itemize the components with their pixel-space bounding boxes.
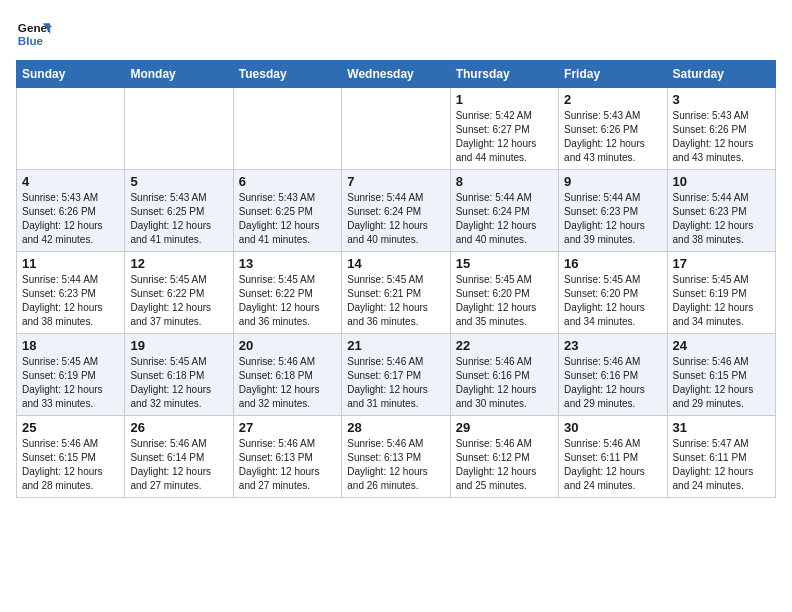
calendar-cell-4-3: 20Sunrise: 5:46 AM Sunset: 6:18 PM Dayli…: [233, 334, 341, 416]
day-number: 5: [130, 174, 227, 189]
calendar-cell-5-1: 25Sunrise: 5:46 AM Sunset: 6:15 PM Dayli…: [17, 416, 125, 498]
weekday-sunday: Sunday: [17, 61, 125, 88]
svg-text:Blue: Blue: [18, 34, 44, 47]
day-info: Sunrise: 5:46 AM Sunset: 6:11 PM Dayligh…: [564, 437, 661, 493]
weekday-saturday: Saturday: [667, 61, 775, 88]
day-number: 11: [22, 256, 119, 271]
calendar-cell-2-2: 5Sunrise: 5:43 AM Sunset: 6:25 PM Daylig…: [125, 170, 233, 252]
calendar-cell-1-5: 1Sunrise: 5:42 AM Sunset: 6:27 PM Daylig…: [450, 88, 558, 170]
calendar-cell-5-2: 26Sunrise: 5:46 AM Sunset: 6:14 PM Dayli…: [125, 416, 233, 498]
calendar-cell-2-6: 9Sunrise: 5:44 AM Sunset: 6:23 PM Daylig…: [559, 170, 667, 252]
day-info: Sunrise: 5:43 AM Sunset: 6:26 PM Dayligh…: [673, 109, 770, 165]
day-info: Sunrise: 5:45 AM Sunset: 6:19 PM Dayligh…: [22, 355, 119, 411]
day-info: Sunrise: 5:43 AM Sunset: 6:26 PM Dayligh…: [22, 191, 119, 247]
day-number: 3: [673, 92, 770, 107]
week-row-4: 18Sunrise: 5:45 AM Sunset: 6:19 PM Dayli…: [17, 334, 776, 416]
day-info: Sunrise: 5:42 AM Sunset: 6:27 PM Dayligh…: [456, 109, 553, 165]
calendar-cell-4-4: 21Sunrise: 5:46 AM Sunset: 6:17 PM Dayli…: [342, 334, 450, 416]
day-info: Sunrise: 5:46 AM Sunset: 6:16 PM Dayligh…: [456, 355, 553, 411]
day-number: 4: [22, 174, 119, 189]
day-number: 6: [239, 174, 336, 189]
calendar-cell-2-7: 10Sunrise: 5:44 AM Sunset: 6:23 PM Dayli…: [667, 170, 775, 252]
weekday-friday: Friday: [559, 61, 667, 88]
calendar-cell-1-3: [233, 88, 341, 170]
calendar-cell-3-1: 11Sunrise: 5:44 AM Sunset: 6:23 PM Dayli…: [17, 252, 125, 334]
weekday-thursday: Thursday: [450, 61, 558, 88]
calendar-cell-3-3: 13Sunrise: 5:45 AM Sunset: 6:22 PM Dayli…: [233, 252, 341, 334]
calendar-cell-5-7: 31Sunrise: 5:47 AM Sunset: 6:11 PM Dayli…: [667, 416, 775, 498]
day-info: Sunrise: 5:45 AM Sunset: 6:22 PM Dayligh…: [239, 273, 336, 329]
calendar-cell-4-5: 22Sunrise: 5:46 AM Sunset: 6:16 PM Dayli…: [450, 334, 558, 416]
day-info: Sunrise: 5:44 AM Sunset: 6:23 PM Dayligh…: [22, 273, 119, 329]
day-number: 19: [130, 338, 227, 353]
calendar-cell-5-3: 27Sunrise: 5:46 AM Sunset: 6:13 PM Dayli…: [233, 416, 341, 498]
day-number: 31: [673, 420, 770, 435]
calendar-cell-4-7: 24Sunrise: 5:46 AM Sunset: 6:15 PM Dayli…: [667, 334, 775, 416]
day-info: Sunrise: 5:46 AM Sunset: 6:17 PM Dayligh…: [347, 355, 444, 411]
day-number: 22: [456, 338, 553, 353]
day-info: Sunrise: 5:44 AM Sunset: 6:23 PM Dayligh…: [564, 191, 661, 247]
day-info: Sunrise: 5:45 AM Sunset: 6:22 PM Dayligh…: [130, 273, 227, 329]
week-row-5: 25Sunrise: 5:46 AM Sunset: 6:15 PM Dayli…: [17, 416, 776, 498]
day-number: 30: [564, 420, 661, 435]
day-number: 14: [347, 256, 444, 271]
calendar-cell-4-6: 23Sunrise: 5:46 AM Sunset: 6:16 PM Dayli…: [559, 334, 667, 416]
calendar-cell-3-6: 16Sunrise: 5:45 AM Sunset: 6:20 PM Dayli…: [559, 252, 667, 334]
day-info: Sunrise: 5:44 AM Sunset: 6:24 PM Dayligh…: [347, 191, 444, 247]
day-info: Sunrise: 5:45 AM Sunset: 6:18 PM Dayligh…: [130, 355, 227, 411]
day-number: 12: [130, 256, 227, 271]
day-info: Sunrise: 5:45 AM Sunset: 6:21 PM Dayligh…: [347, 273, 444, 329]
calendar-cell-2-4: 7Sunrise: 5:44 AM Sunset: 6:24 PM Daylig…: [342, 170, 450, 252]
day-number: 13: [239, 256, 336, 271]
calendar: SundayMondayTuesdayWednesdayThursdayFrid…: [16, 60, 776, 498]
day-info: Sunrise: 5:43 AM Sunset: 6:25 PM Dayligh…: [130, 191, 227, 247]
day-number: 1: [456, 92, 553, 107]
calendar-cell-2-5: 8Sunrise: 5:44 AM Sunset: 6:24 PM Daylig…: [450, 170, 558, 252]
day-number: 29: [456, 420, 553, 435]
calendar-cell-4-1: 18Sunrise: 5:45 AM Sunset: 6:19 PM Dayli…: [17, 334, 125, 416]
calendar-cell-5-6: 30Sunrise: 5:46 AM Sunset: 6:11 PM Dayli…: [559, 416, 667, 498]
day-number: 21: [347, 338, 444, 353]
day-number: 9: [564, 174, 661, 189]
day-info: Sunrise: 5:44 AM Sunset: 6:24 PM Dayligh…: [456, 191, 553, 247]
day-number: 10: [673, 174, 770, 189]
day-info: Sunrise: 5:45 AM Sunset: 6:20 PM Dayligh…: [456, 273, 553, 329]
week-row-1: 1Sunrise: 5:42 AM Sunset: 6:27 PM Daylig…: [17, 88, 776, 170]
day-info: Sunrise: 5:46 AM Sunset: 6:15 PM Dayligh…: [673, 355, 770, 411]
calendar-cell-1-1: [17, 88, 125, 170]
day-info: Sunrise: 5:45 AM Sunset: 6:19 PM Dayligh…: [673, 273, 770, 329]
day-info: Sunrise: 5:46 AM Sunset: 6:18 PM Dayligh…: [239, 355, 336, 411]
day-info: Sunrise: 5:44 AM Sunset: 6:23 PM Dayligh…: [673, 191, 770, 247]
week-row-2: 4Sunrise: 5:43 AM Sunset: 6:26 PM Daylig…: [17, 170, 776, 252]
calendar-cell-3-4: 14Sunrise: 5:45 AM Sunset: 6:21 PM Dayli…: [342, 252, 450, 334]
calendar-cell-5-5: 29Sunrise: 5:46 AM Sunset: 6:12 PM Dayli…: [450, 416, 558, 498]
calendar-cell-4-2: 19Sunrise: 5:45 AM Sunset: 6:18 PM Dayli…: [125, 334, 233, 416]
week-row-3: 11Sunrise: 5:44 AM Sunset: 6:23 PM Dayli…: [17, 252, 776, 334]
day-number: 18: [22, 338, 119, 353]
weekday-header-row: SundayMondayTuesdayWednesdayThursdayFrid…: [17, 61, 776, 88]
day-number: 16: [564, 256, 661, 271]
calendar-cell-1-2: [125, 88, 233, 170]
day-number: 20: [239, 338, 336, 353]
calendar-cell-1-6: 2Sunrise: 5:43 AM Sunset: 6:26 PM Daylig…: [559, 88, 667, 170]
day-info: Sunrise: 5:46 AM Sunset: 6:13 PM Dayligh…: [347, 437, 444, 493]
day-number: 24: [673, 338, 770, 353]
day-info: Sunrise: 5:46 AM Sunset: 6:13 PM Dayligh…: [239, 437, 336, 493]
day-info: Sunrise: 5:47 AM Sunset: 6:11 PM Dayligh…: [673, 437, 770, 493]
day-info: Sunrise: 5:45 AM Sunset: 6:20 PM Dayligh…: [564, 273, 661, 329]
day-number: 8: [456, 174, 553, 189]
weekday-tuesday: Tuesday: [233, 61, 341, 88]
calendar-cell-1-4: [342, 88, 450, 170]
day-number: 7: [347, 174, 444, 189]
header: General Blue: [16, 16, 776, 52]
day-number: 27: [239, 420, 336, 435]
logo: General Blue: [16, 16, 56, 52]
day-number: 15: [456, 256, 553, 271]
day-number: 2: [564, 92, 661, 107]
day-info: Sunrise: 5:43 AM Sunset: 6:25 PM Dayligh…: [239, 191, 336, 247]
weekday-wednesday: Wednesday: [342, 61, 450, 88]
day-info: Sunrise: 5:46 AM Sunset: 6:16 PM Dayligh…: [564, 355, 661, 411]
calendar-cell-5-4: 28Sunrise: 5:46 AM Sunset: 6:13 PM Dayli…: [342, 416, 450, 498]
calendar-cell-3-5: 15Sunrise: 5:45 AM Sunset: 6:20 PM Dayli…: [450, 252, 558, 334]
calendar-cell-3-2: 12Sunrise: 5:45 AM Sunset: 6:22 PM Dayli…: [125, 252, 233, 334]
